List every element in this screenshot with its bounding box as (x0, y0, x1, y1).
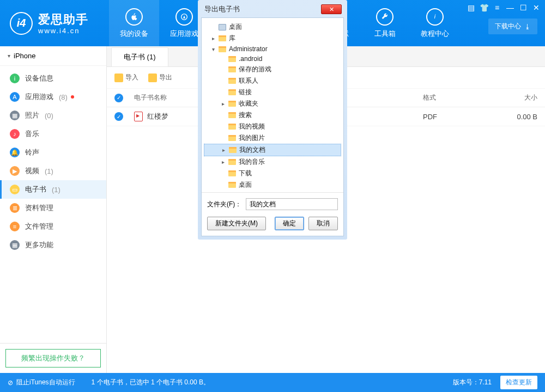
book-icon: ▭ (10, 185, 20, 194)
wall-icon (276, 8, 293, 26)
import-button[interactable]: 导入 (114, 73, 138, 82)
import-label: 导入 (125, 73, 138, 82)
sidebar-item-video[interactable]: ▶视频 (1) (0, 162, 106, 180)
sidebar-item-more[interactable]: ▦更多功能 (0, 236, 106, 254)
book-format: PDF (423, 113, 494, 121)
itunes-label: 阻止iTunes自动运行 (16, 378, 75, 387)
info-icon: i (10, 74, 20, 83)
device-select[interactable]: iPhone (0, 46, 106, 66)
feedback-icon[interactable]: ▤ (467, 3, 475, 12)
tab-ebook[interactable]: 电子书 (1) (111, 47, 168, 66)
bell-icon (226, 8, 243, 26)
more-icon: ▦ (10, 240, 20, 250)
nav-info[interactable]: i教程中心 (410, 0, 460, 46)
tool-icon (376, 8, 393, 26)
nav-label: 我的设备 (120, 29, 148, 39)
count-label: (0) (45, 112, 53, 120)
itunes-toggle[interactable]: ⊘ 阻止iTunes自动运行 (8, 378, 75, 387)
bell-icon: 🔔 (10, 148, 20, 157)
main: 电子书 (1) 导入 导出 ✓ 电子书名称 格式 大小 ✓红楼梦PDF0.00 … (107, 46, 545, 373)
nav-label: 工具箱 (374, 29, 396, 39)
sidebar-item-label: 照片 (25, 111, 39, 120)
info-icon: i (426, 8, 444, 26)
app-icon: A (10, 92, 20, 102)
status-summary: 1 个电子书，已选中 1 个电子书 0.00 B。 (92, 378, 453, 387)
file-icon: ≡ (10, 222, 20, 231)
status-bar: ⊘ 阻止iTunes自动运行 1 个电子书，已选中 1 个电子书 0.00 B。… (0, 373, 545, 392)
box-icon (326, 8, 343, 26)
app-subtitle: www.i4.cn (38, 27, 88, 35)
data-icon: ≣ (10, 203, 20, 213)
col-format: 格式 (423, 93, 494, 102)
sidebar-item-data[interactable]: ≣资料管理 (0, 199, 106, 217)
apple-icon (125, 8, 143, 26)
app-icon (175, 8, 193, 26)
sidebar-item-label: 应用游戏 (25, 92, 53, 102)
export-icon (148, 74, 157, 82)
sidebar-item-label: 铃声 (25, 148, 39, 157)
book-size: 0.00 B (494, 113, 537, 121)
toolbar: 导入 导出 (107, 67, 545, 89)
table-row[interactable]: ✓红楼梦PDF0.00 B (107, 107, 545, 126)
select-all-checkbox[interactable]: ✓ (114, 94, 123, 102)
svg-text:i: i (434, 13, 436, 20)
sidebar-item-label: 文件管理 (25, 222, 53, 231)
export-label: 导出 (159, 73, 172, 82)
tab-bar: 电子书 (1) (107, 46, 545, 67)
sidebar-item-music[interactable]: ♪音乐 (0, 125, 106, 143)
photo-icon: ▦ (10, 111, 20, 120)
col-size: 大小 (494, 93, 537, 102)
app-title: 爱思助手 (38, 11, 88, 28)
pdf-icon (134, 112, 143, 121)
top-nav: 我的设备应用游戏酷炫铃声高清壁纸刷机越狱工具箱i教程中心 (109, 0, 460, 46)
row-checkbox[interactable]: ✓ (114, 112, 123, 121)
nav-label: 刷机越狱 (320, 29, 349, 39)
notification-dot (71, 95, 74, 99)
download-center-label: 下载中心 (495, 22, 521, 31)
sidebar-item-file[interactable]: ≡文件管理 (0, 217, 106, 236)
logo-badge-icon: i4 (10, 12, 33, 35)
sidebar-item-label: 更多功能 (25, 240, 53, 250)
help-button[interactable]: 频繁出现操作失败？ (5, 349, 101, 367)
download-center-button[interactable]: 下载中心 ⭳ (488, 19, 537, 34)
nav-bell[interactable]: 酷炫铃声 (209, 0, 259, 46)
nav-label: 教程中心 (421, 29, 449, 39)
window-controls: ▤ 👕 ≡ — ☐ ✕ (467, 3, 541, 12)
skin-icon[interactable]: 👕 (480, 3, 488, 12)
header: i4 爱思助手 www.i4.cn 我的设备应用游戏酷炫铃声高清壁纸刷机越狱工具… (0, 0, 545, 46)
count-label: (8) (59, 93, 68, 101)
sidebar-item-label: 资料管理 (25, 203, 53, 213)
minimize-icon[interactable]: — (506, 3, 514, 12)
count-label: (1) (45, 167, 53, 175)
menu-icon[interactable]: ≡ (493, 3, 501, 12)
nav-apple[interactable]: 我的设备 (109, 0, 159, 46)
sidebar-item-label: 视频 (25, 166, 39, 176)
sidebar-item-label: 设备信息 (25, 74, 53, 83)
video-icon: ▶ (10, 166, 20, 176)
check-update-button[interactable]: 检查更新 (500, 376, 537, 389)
count-label: (1) (52, 186, 60, 194)
download-icon: ⭳ (524, 23, 531, 30)
nav-app[interactable]: 应用游戏 (159, 0, 209, 46)
nav-box[interactable]: 刷机越狱 (310, 0, 360, 46)
nav-tool[interactable]: 工具箱 (360, 0, 410, 46)
sidebar-item-label: 电子书 (25, 185, 46, 194)
sidebar-item-book[interactable]: ▭电子书 (1) (0, 180, 106, 199)
book-name: 红楼梦 (147, 112, 168, 121)
table-header: ✓ 电子书名称 格式 大小 (107, 89, 545, 107)
nav-label: 高清壁纸 (270, 29, 299, 39)
check-icon: ⊘ (8, 379, 13, 387)
sidebar-item-info[interactable]: i设备信息 (0, 69, 106, 88)
import-icon (114, 74, 123, 82)
nav-wall[interactable]: 高清壁纸 (259, 0, 310, 46)
nav-label: 酷炫铃声 (220, 29, 249, 39)
sidebar: iPhone i设备信息A应用游戏 (8)▦照片 (0)♪音乐🔔铃声▶视频 (1… (0, 46, 107, 373)
maximize-icon[interactable]: ☐ (519, 3, 528, 12)
sidebar-item-bell[interactable]: 🔔铃声 (0, 143, 106, 162)
close-icon[interactable]: ✕ (532, 3, 541, 12)
version-label: 版本号：7.11 (453, 378, 492, 387)
sidebar-item-app[interactable]: A应用游戏 (8) (0, 88, 106, 106)
export-button[interactable]: 导出 (148, 73, 172, 82)
device-label: iPhone (14, 52, 35, 60)
sidebar-item-photo[interactable]: ▦照片 (0) (0, 106, 106, 125)
